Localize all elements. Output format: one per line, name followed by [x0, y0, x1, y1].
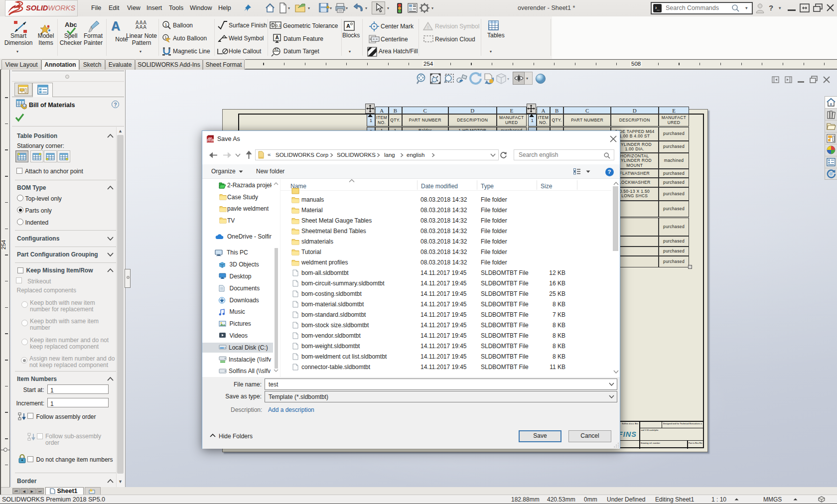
svg-text:!: ! [427, 25, 429, 30]
svg-text:0.1: 0.1 [276, 23, 281, 28]
svg-text:2018: 2018 [207, 138, 214, 142]
svg-text:1: 1 [164, 22, 167, 27]
svg-text:A: A [346, 23, 350, 29]
svg-text:A1: A1 [275, 48, 279, 51]
svg-text:A: A [275, 35, 279, 40]
